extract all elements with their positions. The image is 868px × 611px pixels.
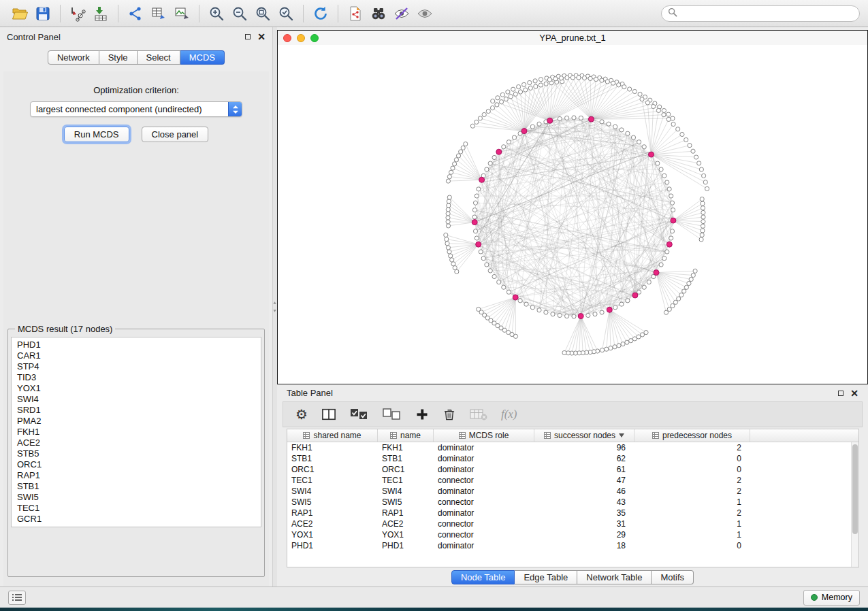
float-table-panel-icon[interactable] — [838, 391, 843, 396]
mcds-result-item: PMA2 — [17, 416, 255, 427]
table-cell: SWI5 — [378, 497, 434, 508]
table-cell: dominator — [434, 540, 534, 551]
mcds-result-item: RAP1 — [17, 470, 255, 481]
table-cell: connector — [434, 475, 534, 486]
toolbar-separator — [118, 5, 118, 22]
table-cell: YOX1 — [378, 529, 434, 540]
mcds-result-item: SRD1 — [17, 405, 255, 416]
close-panel-icon[interactable]: ✕ — [257, 32, 266, 42]
mcds-result-item: ORC1 — [17, 459, 255, 470]
network-window-titlebar: YPA_prune.txt_1 — [278, 31, 867, 45]
table-cell: ACE2 — [287, 518, 378, 529]
table-tab-motifs[interactable]: Motifs — [652, 570, 694, 584]
table-settings-gear-icon[interactable]: ⚙ — [295, 406, 308, 423]
table-scrollbar[interactable] — [851, 442, 858, 567]
main-toolbar — [0, 0, 868, 27]
table-cell: 29 — [534, 529, 634, 540]
import-network-icon[interactable] — [66, 3, 89, 24]
delete-column-icon[interactable] — [443, 406, 456, 423]
table-cell: connector — [434, 497, 534, 508]
mcds-result-list[interactable]: PHD1CAR1STP4TID3YOX1SWI4SRD1PMA2FKH1ACE2… — [11, 337, 261, 527]
export-network-icon[interactable] — [124, 3, 147, 24]
search-box[interactable] — [661, 5, 860, 22]
desktop-background-strip — [0, 608, 868, 611]
delete-table-icon[interactable] — [470, 406, 487, 423]
zoom-out-icon[interactable] — [228, 3, 251, 24]
table-row[interactable]: SWI5SWI5connector431 — [287, 497, 858, 508]
eye-icon[interactable] — [413, 3, 436, 24]
show-columns-icon[interactable] — [321, 406, 336, 423]
table-scrollbar-thumb[interactable] — [852, 444, 858, 534]
column-header-MCDS-role[interactable]: MCDS role — [434, 429, 534, 442]
table-cell: 47 — [534, 475, 634, 486]
zoom-fit-icon[interactable] — [251, 3, 274, 24]
close-panel-button[interactable]: Close panel — [142, 127, 209, 142]
table-cell: ACE2 — [378, 518, 434, 529]
table-cell: 43 — [534, 497, 634, 508]
memory-label: Memory — [822, 593, 852, 602]
table-tab-network-table[interactable]: Network Table — [577, 570, 652, 584]
table-row[interactable]: ORC1ORC1dominator610 — [287, 464, 858, 475]
table-cell: 61 — [534, 464, 634, 475]
panel-divider[interactable] — [272, 27, 277, 587]
float-panel-icon[interactable] — [245, 34, 251, 39]
table-row[interactable]: ACE2ACE2connector311 — [287, 518, 858, 529]
close-table-panel-icon[interactable]: ✕ — [850, 389, 858, 398]
column-header-shared-name[interactable]: shared name — [287, 429, 378, 442]
column-header-successor-nodes[interactable]: successor nodes — [534, 429, 634, 442]
mcds-result-item: TEC1 — [17, 503, 255, 514]
add-column-icon[interactable] — [415, 406, 429, 423]
open-folder-icon[interactable] — [8, 3, 31, 24]
binoculars-icon[interactable] — [367, 3, 390, 24]
column-header-name[interactable]: name — [378, 429, 434, 442]
task-history-icon[interactable] — [8, 591, 26, 605]
tab-network[interactable]: Network — [48, 50, 99, 65]
tab-select[interactable]: Select — [138, 50, 180, 65]
memory-button[interactable]: Memory — [803, 590, 860, 606]
tab-style[interactable]: Style — [99, 50, 138, 65]
import-table-icon[interactable] — [89, 3, 112, 24]
table-row[interactable]: RAP1RAP1dominator352 — [287, 508, 858, 518]
run-mcds-button[interactable]: Run MCDS — [64, 127, 129, 142]
export-table-icon[interactable] — [147, 3, 170, 24]
table-cell: RAP1 — [287, 508, 378, 518]
table-tab-node-table[interactable]: Node Table — [451, 570, 515, 584]
dropdown-stepper-icon — [228, 101, 242, 117]
table-row[interactable]: PHD1PHD1dominator180 — [287, 540, 858, 551]
save-icon[interactable] — [31, 3, 54, 24]
table-row[interactable]: TEC1TEC1connector472 — [287, 475, 858, 486]
criterion-dropdown[interactable]: largest connected component (undirected) — [30, 101, 242, 117]
table-tab-edge-table[interactable]: Edge Table — [515, 570, 577, 584]
network-window: YPA_prune.txt_1 — [277, 30, 868, 384]
table-row[interactable]: SWI4SWI4dominator462 — [287, 486, 858, 497]
function-builder-icon[interactable]: f(x) — [501, 406, 517, 423]
network-canvas[interactable] — [278, 45, 867, 384]
deselect-all-icon[interactable] — [383, 406, 402, 423]
column-header-predecessor-nodes[interactable]: predecessor nodes — [634, 429, 750, 442]
tab-mcds[interactable]: MCDS — [180, 50, 225, 65]
export-image-icon[interactable] — [170, 3, 193, 24]
table-cell: 2 — [634, 508, 750, 518]
refresh-icon[interactable] — [309, 3, 332, 24]
table-row[interactable]: STB1STB1dominator620 — [287, 453, 858, 464]
zoom-selected-icon[interactable] — [274, 3, 298, 24]
table-row[interactable]: FKH1FKH1dominator962 — [287, 442, 858, 453]
zoom-in-icon[interactable] — [205, 3, 228, 24]
table-cell: 1 — [634, 529, 750, 540]
table-row[interactable]: YOX1YOX1connector291 — [287, 529, 858, 540]
share-document-icon[interactable] — [344, 3, 367, 24]
analysis-eye-icon[interactable] — [390, 3, 413, 24]
table-cell: SWI4 — [287, 486, 378, 497]
search-input[interactable] — [681, 9, 853, 18]
table-toolbar: ⚙ f(x) — [283, 401, 863, 427]
control-panel: Control Panel ✕ NetworkStyleSelectMCDS O… — [0, 27, 272, 587]
table-cell: 0 — [634, 453, 750, 464]
mcds-result-title: MCDS result (17 nodes) — [15, 324, 115, 334]
toolbar-separator — [303, 5, 304, 22]
table-cell: 1 — [634, 518, 750, 529]
mcds-result-item: ACE2 — [17, 437, 255, 448]
table-panel-header: Table Panel ✕ — [277, 384, 868, 401]
select-all-icon[interactable] — [350, 406, 369, 423]
mcds-result-item: YOX1 — [17, 383, 255, 394]
table-cell: RAP1 — [378, 508, 434, 518]
